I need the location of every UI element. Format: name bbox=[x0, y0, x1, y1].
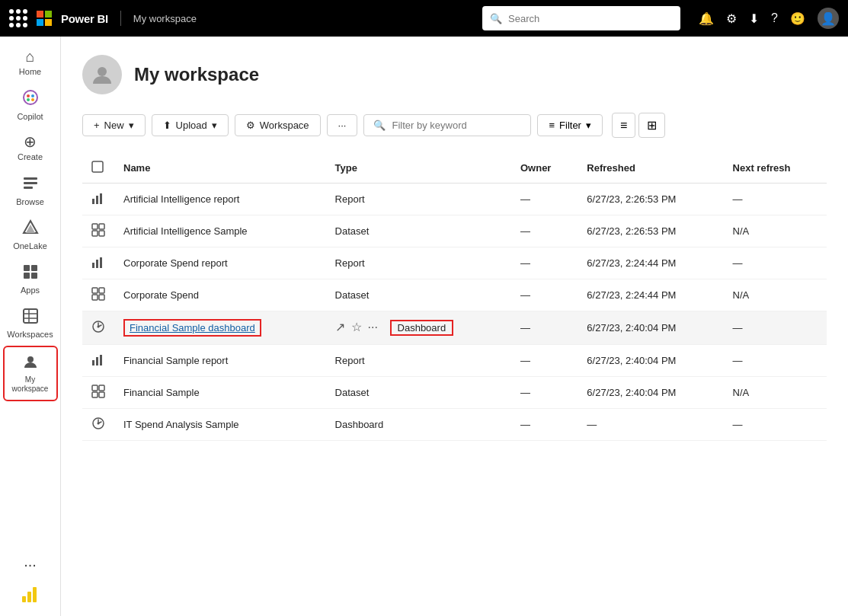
cell-owner: — bbox=[511, 345, 578, 377]
workspace-button[interactable]: ⚙ Workspace bbox=[235, 114, 321, 136]
item-name: Artificial Intelligence Sample bbox=[123, 225, 248, 237]
sidebar-item-browse-label: Browse bbox=[16, 197, 44, 207]
sidebar-item-workspaces[interactable]: Workspaces bbox=[3, 302, 58, 346]
filter-button[interactable]: ≡ Filter ▾ bbox=[537, 114, 602, 136]
col-icon-header bbox=[82, 153, 114, 184]
svg-rect-21 bbox=[33, 587, 37, 602]
topnav-actions: 🔔 ⚙ ⬇ ? 🙂 👤 bbox=[699, 8, 839, 29]
cell-owner: — bbox=[511, 279, 578, 311]
sidebar-item-browse[interactable]: Browse bbox=[3, 169, 58, 213]
item-name-link[interactable]: Financial Sample dashboard bbox=[130, 322, 255, 334]
cell-icon bbox=[82, 247, 114, 279]
cell-refreshed: 6/27/23, 2:40:04 PM bbox=[578, 345, 723, 377]
svg-rect-14 bbox=[24, 309, 37, 323]
my-workspace-icon bbox=[22, 353, 39, 372]
cell-icon bbox=[82, 184, 114, 215]
sidebar-item-home[interactable]: ⌂ Home bbox=[3, 43, 58, 83]
col-refreshed-header: Refreshed bbox=[578, 153, 723, 184]
favorite-button[interactable]: ☆ bbox=[351, 320, 362, 334]
upload-button[interactable]: ⬆ Upload ▾ bbox=[152, 114, 229, 136]
cell-refreshed: 6/27/23, 2:40:04 PM bbox=[578, 377, 723, 409]
svg-point-22 bbox=[98, 67, 107, 76]
svg-point-4 bbox=[31, 98, 34, 101]
grid-view-button[interactable]: ⊞ bbox=[638, 113, 665, 138]
col-name-header[interactable]: Name bbox=[114, 153, 326, 184]
svg-rect-44 bbox=[99, 385, 104, 391]
sidebar-item-copilot-label: Copilot bbox=[17, 112, 43, 122]
row-more-button[interactable]: ··· bbox=[368, 321, 378, 334]
share-button[interactable]: ↗ bbox=[335, 320, 345, 334]
cell-refreshed: 6/27/23, 2:26:53 PM bbox=[578, 184, 723, 215]
svg-rect-29 bbox=[92, 231, 98, 236]
toolbar: + New ▾ ⬆ Upload ▾ ⚙ Workspace ··· 🔍 ≡ F… bbox=[82, 113, 827, 138]
select-all-icon bbox=[91, 164, 104, 175]
sidebar-item-create[interactable]: ⊕ Create bbox=[3, 128, 58, 168]
search-icon: 🔍 bbox=[490, 13, 502, 24]
search-input[interactable] bbox=[508, 13, 673, 24]
filter-input-field[interactable] bbox=[392, 120, 521, 131]
filter-search-icon: 🔍 bbox=[373, 120, 386, 131]
filter-icon: ≡ bbox=[549, 120, 555, 131]
feedback-icon[interactable]: 🙂 bbox=[790, 11, 805, 26]
cell-icon bbox=[82, 409, 114, 441]
upload-chevron-icon: ▾ bbox=[212, 120, 217, 131]
svg-rect-27 bbox=[92, 224, 98, 229]
cell-owner: — bbox=[511, 184, 578, 215]
workspace-table: Name Type Owner Refreshed Next refresh A… bbox=[82, 153, 827, 441]
toolbar-more-button[interactable]: ··· bbox=[327, 114, 358, 136]
cell-icon bbox=[82, 279, 114, 311]
list-view-icon: ≡ bbox=[620, 119, 627, 132]
table-row: Financial Sample dashboard ↗ ☆ ··· Dashb… bbox=[82, 311, 827, 345]
upload-icon: ⬆ bbox=[163, 120, 171, 131]
sidebar-item-my-workspace[interactable]: My workspace bbox=[3, 346, 58, 401]
new-chevron-icon: ▾ bbox=[129, 120, 134, 131]
svg-rect-6 bbox=[24, 182, 37, 184]
search-bar[interactable]: 🔍 bbox=[482, 6, 680, 30]
item-name: Financial Sample report bbox=[123, 355, 228, 366]
new-button[interactable]: + New ▾ bbox=[82, 114, 146, 136]
svg-rect-35 bbox=[99, 288, 104, 293]
table-row: IT Spend Analysis Sample Dashboard — — — bbox=[82, 409, 827, 441]
cell-type: Dashboard bbox=[326, 409, 511, 441]
cell-type: Report bbox=[326, 345, 511, 377]
user-avatar[interactable]: 👤 bbox=[818, 8, 839, 29]
svg-rect-10 bbox=[24, 265, 30, 271]
copilot-icon bbox=[22, 89, 39, 109]
svg-rect-45 bbox=[92, 392, 98, 397]
cell-refreshed: 6/27/23, 2:24:44 PM bbox=[578, 247, 723, 279]
svg-rect-40 bbox=[92, 360, 94, 365]
svg-rect-43 bbox=[92, 385, 98, 391]
col-type-header: Type bbox=[326, 153, 511, 184]
apps-waffle-icon[interactable] bbox=[9, 9, 27, 27]
cell-icon bbox=[82, 215, 114, 247]
item-name: IT Spend Analysis Sample bbox=[123, 419, 239, 430]
page-title: My workspace bbox=[134, 64, 259, 85]
svg-rect-32 bbox=[96, 260, 98, 268]
help-icon[interactable]: ? bbox=[771, 11, 778, 25]
filter-keyword-input[interactable]: 🔍 bbox=[363, 114, 531, 136]
sidebar-item-onelake[interactable]: OneLake bbox=[3, 213, 58, 257]
list-view-button[interactable]: ≡ bbox=[612, 113, 635, 138]
view-toggle: ≡ ⊞ bbox=[612, 113, 665, 138]
item-name: Financial Sample bbox=[123, 387, 200, 398]
sidebar-item-onelake-label: OneLake bbox=[13, 241, 47, 251]
svg-rect-13 bbox=[31, 273, 37, 279]
svg-rect-20 bbox=[27, 592, 31, 602]
svg-rect-12 bbox=[24, 273, 30, 279]
item-name: Artificial Intelligence report bbox=[123, 193, 239, 205]
svg-rect-28 bbox=[99, 224, 104, 229]
onelake-icon bbox=[22, 219, 39, 238]
browse-icon bbox=[22, 175, 39, 194]
svg-rect-7 bbox=[24, 187, 33, 189]
cell-owner: — bbox=[511, 377, 578, 409]
svg-rect-19 bbox=[22, 596, 26, 602]
sidebar-item-copilot[interactable]: Copilot bbox=[3, 83, 58, 128]
settings-icon[interactable]: ⚙ bbox=[726, 11, 737, 26]
notifications-icon[interactable]: 🔔 bbox=[699, 11, 714, 26]
download-icon[interactable]: ⬇ bbox=[749, 11, 759, 26]
cell-refreshed: — bbox=[578, 409, 723, 441]
sidebar-item-apps[interactable]: Apps bbox=[3, 257, 58, 302]
filter-label: Filter bbox=[559, 120, 581, 131]
sidebar-more-button[interactable]: ··· bbox=[18, 550, 43, 579]
svg-point-2 bbox=[31, 94, 34, 97]
